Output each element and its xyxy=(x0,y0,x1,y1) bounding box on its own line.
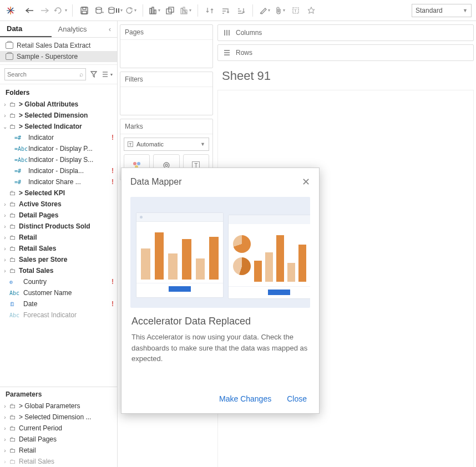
attach-button[interactable]: ▾ xyxy=(273,3,287,18)
field-item[interactable]: ⊕Country! xyxy=(0,276,117,287)
svg-rect-17 xyxy=(181,8,183,14)
svg-rect-14 xyxy=(154,10,156,14)
columns-shelf[interactable]: Columns xyxy=(217,24,474,41)
swap-button[interactable] xyxy=(202,3,217,18)
folder-item[interactable]: ›🗀Retail Sales xyxy=(0,243,117,254)
close-button[interactable]: Close xyxy=(287,394,307,403)
folder-item[interactable]: ⌄🗀> Selected Indicator xyxy=(0,121,117,132)
folder-item[interactable]: ›🗀Active Stores xyxy=(0,199,117,210)
datasource-item[interactable]: Sample - Superstore xyxy=(0,51,117,62)
fit-select[interactable]: Standard ▼ xyxy=(412,4,472,17)
param-folder[interactable]: ›🗀> Global Parameters xyxy=(0,400,117,412)
close-icon[interactable]: ✕ xyxy=(302,176,310,188)
field-item[interactable]: AbcForecast Indicator xyxy=(0,309,117,321)
svg-rect-10 xyxy=(116,8,117,13)
svg-rect-11 xyxy=(118,8,119,13)
sheet-title[interactable]: Sheet 91 xyxy=(215,61,476,88)
svg-point-27 xyxy=(137,162,140,165)
filters-card[interactable]: Filters xyxy=(120,72,213,115)
parameters-label: Parameters xyxy=(0,387,117,400)
filter-fields-button[interactable] xyxy=(88,69,99,80)
folder-item[interactable]: ›🗀Sales per Store xyxy=(0,254,117,265)
folder-item[interactable]: ›🗀Retail xyxy=(0,232,117,243)
tab-data[interactable]: Data xyxy=(0,21,52,37)
folder-item[interactable]: ›🗀Detail Pages xyxy=(0,210,117,221)
columns-icon xyxy=(222,29,231,36)
folder-item[interactable]: ›🗀> Selected Dimension xyxy=(0,110,117,121)
sort-desc-button[interactable] xyxy=(234,3,248,18)
svg-rect-34 xyxy=(224,50,230,51)
folder-item[interactable]: ›🗀Distinct Products Sold xyxy=(0,221,117,232)
field-item[interactable]: AbcCustomer Name xyxy=(0,287,117,298)
show-labels-button[interactable]: T xyxy=(288,3,303,18)
pin-button[interactable] xyxy=(304,3,318,18)
data-mapper-dialog: Data Mapper ✕ Acce xyxy=(121,167,320,414)
rows-icon xyxy=(222,49,231,56)
svg-rect-13 xyxy=(152,7,154,14)
param-folder[interactable]: ›🗀Retail xyxy=(0,445,117,456)
tableau-logo xyxy=(4,4,17,17)
folder-item[interactable]: ›🗀Total Sales xyxy=(0,265,117,276)
dialog-heading: Accelerator Data Replaced xyxy=(121,316,319,332)
field-item[interactable]: 🗓Date! xyxy=(0,298,117,309)
tab-analytics[interactable]: Analytics xyxy=(52,21,103,37)
dialog-illustration xyxy=(130,197,310,308)
field-item[interactable]: =#Indicator! xyxy=(0,132,117,143)
param-folder[interactable]: ›🗀Retail Sales xyxy=(0,456,117,467)
svg-point-30 xyxy=(165,164,168,166)
svg-point-9 xyxy=(109,7,114,9)
svg-rect-5 xyxy=(83,7,86,9)
svg-rect-33 xyxy=(229,30,230,35)
clear-sheet-button[interactable]: ▾ xyxy=(179,3,193,18)
new-worksheet-button[interactable]: ▾ xyxy=(148,3,162,18)
field-item[interactable]: =AbcIndicator - Display S... xyxy=(0,154,117,165)
folder-item[interactable]: 🗀> Selected KPI xyxy=(0,187,117,199)
pages-card[interactable]: Pages xyxy=(120,24,213,68)
save-button[interactable] xyxy=(77,3,92,18)
svg-rect-35 xyxy=(224,52,230,53)
collapse-pane-button[interactable]: ‹ xyxy=(103,21,117,37)
undo-history-button[interactable]: ▾ xyxy=(53,3,68,18)
svg-point-7 xyxy=(96,7,102,9)
svg-rect-12 xyxy=(150,8,151,14)
folder-item[interactable]: ›🗀> Global Attributes xyxy=(0,99,117,110)
search-input[interactable]: ⌕ xyxy=(4,68,86,80)
svg-rect-36 xyxy=(224,54,230,55)
svg-rect-32 xyxy=(226,30,227,35)
svg-point-26 xyxy=(133,162,136,165)
new-data-source-button[interactable]: + xyxy=(93,3,107,18)
mark-type-select[interactable]: TAutomatic ▼ xyxy=(124,138,209,151)
dialog-body: This Accelerator is now using your data.… xyxy=(121,332,319,364)
back-button[interactable] xyxy=(22,3,37,18)
highlight-button[interactable]: ▾ xyxy=(257,3,272,18)
fields-tree: ›🗀> Global Attributes ›🗀> Selected Dimen… xyxy=(0,99,117,387)
svg-text:+: + xyxy=(102,10,104,14)
duplicate-sheet-button[interactable] xyxy=(163,3,178,18)
svg-text:T: T xyxy=(294,8,297,13)
datasource-item[interactable]: Retail Sales Data Extract xyxy=(0,40,117,51)
view-options-button[interactable]: ▾ xyxy=(102,69,113,80)
datasource-icon xyxy=(6,42,13,49)
folders-label: Folders xyxy=(0,84,117,99)
data-pane: Data Analytics ‹ Retail Sales Data Extra… xyxy=(0,21,118,467)
field-item[interactable]: =#Indicator - Displa...! xyxy=(0,165,117,176)
forward-button[interactable] xyxy=(38,3,52,18)
fit-select-label: Standard xyxy=(416,7,443,14)
param-folder[interactable]: ›🗀Current Period xyxy=(0,423,117,434)
field-item[interactable]: =AbcIndicator - Display P... xyxy=(0,143,117,154)
param-folder[interactable]: ›🗀Detail Pages xyxy=(0,434,117,445)
toolbar: ▾ + ▾ ▾ ▾ ▾ ▾ ▾ T Stan xyxy=(0,0,476,21)
refresh-button[interactable]: ▾ xyxy=(124,3,138,18)
param-folder[interactable]: ›🗀> Selected Dimension ... xyxy=(0,412,117,423)
field-item[interactable]: =#Indicator Share ...! xyxy=(0,176,117,187)
pause-updates-button[interactable]: ▾ xyxy=(108,3,123,18)
rows-shelf[interactable]: Rows xyxy=(217,44,474,61)
svg-rect-6 xyxy=(82,11,87,14)
dialog-title: Data Mapper xyxy=(130,177,182,187)
datasource-icon xyxy=(6,53,13,60)
make-changes-button[interactable]: Make Changes xyxy=(219,394,271,403)
sort-asc-button[interactable] xyxy=(218,3,232,18)
svg-rect-31 xyxy=(224,30,225,35)
